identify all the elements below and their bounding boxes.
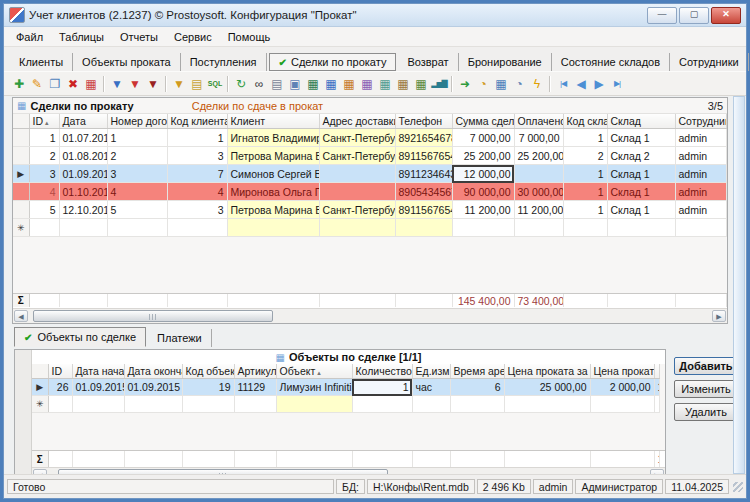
cell[interactable]: admin xyxy=(675,147,727,165)
cell[interactable]: 1 xyxy=(563,201,607,219)
cell[interactable] xyxy=(675,219,727,237)
column-header-5[interactable]: Клиент xyxy=(227,114,319,129)
export-xml-icon[interactable]: ▦ xyxy=(358,75,376,93)
cell[interactable]: 1 xyxy=(352,379,412,396)
cell[interactable]: Склад 1 xyxy=(607,129,675,147)
cell[interactable]: 4 xyxy=(29,183,59,201)
column-header-1[interactable]: ID xyxy=(48,364,72,379)
cell[interactable] xyxy=(234,396,276,413)
cell[interactable]: 5 xyxy=(29,201,59,219)
cell[interactable]: 1 xyxy=(563,183,607,201)
column-header-12[interactable]: Сотрудник xyxy=(675,114,727,129)
menu-item-3[interactable]: Отчеты xyxy=(112,29,166,45)
cell[interactable]: 01.09.2015 xyxy=(59,165,107,183)
tab-8[interactable]: Сотрудники xyxy=(670,53,749,71)
column-header-6[interactable]: Объект▴ xyxy=(276,364,352,379)
cell[interactable]: 11129 xyxy=(234,379,276,396)
cell[interactable]: 4 xyxy=(167,183,227,201)
tab-3[interactable]: Поступления xyxy=(181,53,267,71)
cell[interactable] xyxy=(654,396,660,413)
cell[interactable] xyxy=(319,165,395,183)
tab-4[interactable]: ✔Сделки по прокату xyxy=(269,53,397,71)
cell[interactable] xyxy=(276,396,352,413)
cell[interactable]: Склад 1 xyxy=(607,165,675,183)
cell[interactable]: 1 xyxy=(654,379,660,396)
exit-record-icon[interactable]: ➜ xyxy=(456,75,474,93)
find-icon[interactable]: ∞ xyxy=(250,75,268,93)
maximize-icon[interactable]: ▢ xyxy=(679,7,709,24)
objects-hscrollbar[interactable]: ◀ ▶ xyxy=(32,467,665,474)
cell[interactable]: Склад 1 xyxy=(607,183,675,201)
column-header-7[interactable]: Телефон xyxy=(395,114,452,129)
cell[interactable] xyxy=(59,219,107,237)
menu-item-5[interactable]: Помощь xyxy=(220,29,279,45)
cell[interactable]: 01.07.2015 xyxy=(59,129,107,147)
cell[interactable]: admin xyxy=(675,129,727,147)
cell[interactable] xyxy=(124,396,182,413)
cell[interactable]: 19 xyxy=(182,379,234,396)
scroll-right-icon[interactable]: ▶ xyxy=(712,310,726,322)
cell[interactable]: 01.09.2015 xyxy=(124,379,182,396)
cell[interactable] xyxy=(227,219,319,237)
cell[interactable]: 25 200,00 xyxy=(514,147,563,165)
nav-next-icon[interactable]: ▶ xyxy=(590,75,608,93)
cell[interactable]: Санкт-Петербург, М xyxy=(319,201,395,219)
nav-first-icon[interactable]: |◀ xyxy=(554,75,572,93)
cell[interactable]: 2 xyxy=(563,147,607,165)
cell[interactable]: Склад 1 xyxy=(607,201,675,219)
cell[interactable] xyxy=(182,396,234,413)
cell[interactable]: 11 200,00 xyxy=(452,201,514,219)
filter-folder-icon[interactable]: ▤ xyxy=(188,75,206,93)
add-record-icon[interactable]: ✚ xyxy=(10,75,28,93)
export-word-icon[interactable]: ▦ xyxy=(322,75,340,93)
cell[interactable]: Лимузин Infiniti QX5 xyxy=(276,379,352,396)
cell[interactable]: admin xyxy=(675,201,727,219)
cell[interactable]: 3 xyxy=(167,147,227,165)
column-header-7[interactable]: Количество шт xyxy=(352,364,412,379)
chart-icon[interactable]: ▂▅▇ xyxy=(430,75,448,93)
history-icon[interactable]: ◔ xyxy=(474,75,492,93)
sql-icon[interactable]: SQL xyxy=(206,75,224,93)
cell[interactable]: 1 xyxy=(29,129,59,147)
cell[interactable] xyxy=(563,219,607,237)
edit-button[interactable]: Изменить xyxy=(674,380,738,398)
cell[interactable] xyxy=(319,219,395,237)
scroll-left-icon[interactable]: ◀ xyxy=(14,310,28,322)
cell[interactable]: 1 xyxy=(563,165,607,183)
filter-remove-icon[interactable]: ▼ xyxy=(126,75,144,93)
cell[interactable]: Склад 2 xyxy=(607,147,675,165)
column-header-2[interactable]: Дата начала xyxy=(72,364,124,379)
cell[interactable]: 26 xyxy=(48,379,72,396)
cell[interactable]: час xyxy=(412,379,450,396)
cell[interactable]: 7 000,00 xyxy=(514,129,563,147)
resize-grip[interactable] xyxy=(733,482,743,492)
column-header-4[interactable]: Код объекта xyxy=(182,364,234,379)
scroll-right-icon[interactable]: ▶ xyxy=(650,469,664,474)
tab-6[interactable]: Бронирование xyxy=(459,53,552,71)
column-header-6[interactable]: Адрес доставки xyxy=(319,114,395,129)
cell[interactable] xyxy=(352,396,412,413)
column-header-4[interactable]: Код клиента xyxy=(167,114,227,129)
column-header-8[interactable]: Ед.изм. xyxy=(412,364,450,379)
export-excel-icon[interactable]: ▦ xyxy=(304,75,322,93)
cell[interactable]: 2 xyxy=(107,147,167,165)
menu-item-1[interactable]: Файл xyxy=(8,29,51,45)
cell[interactable]: 25 000,00 xyxy=(504,379,590,396)
export-html-icon[interactable]: ▦ xyxy=(340,75,358,93)
cell[interactable]: Миронова Ольга Петровна xyxy=(227,183,319,201)
cell[interactable]: 1 xyxy=(167,129,227,147)
copy-record-icon[interactable]: ❐ xyxy=(46,75,64,93)
title-bar[interactable]: Учет клиентов (2.1237) © Prostoysoft. Ко… xyxy=(4,4,746,27)
minimize-icon[interactable]: — xyxy=(647,7,677,24)
cell[interactable]: 90 000,00 xyxy=(452,183,514,201)
cell[interactable]: 11 200,00 xyxy=(514,201,563,219)
cell[interactable]: Петрова Марина Валерьевна xyxy=(227,147,319,165)
cell[interactable] xyxy=(412,396,450,413)
export-csv-icon[interactable]: ▦ xyxy=(376,75,394,93)
cell[interactable]: 4 xyxy=(107,183,167,201)
column-header-11[interactable]: Склад xyxy=(607,114,675,129)
nav-prev-icon[interactable]: ◀ xyxy=(572,75,590,93)
print-icon[interactable]: ▤ xyxy=(268,75,286,93)
detail-tab-1[interactable]: ✔Объекты по сделке xyxy=(14,327,146,347)
deals-hscrollbar[interactable]: ◀ ▶ xyxy=(13,308,727,323)
